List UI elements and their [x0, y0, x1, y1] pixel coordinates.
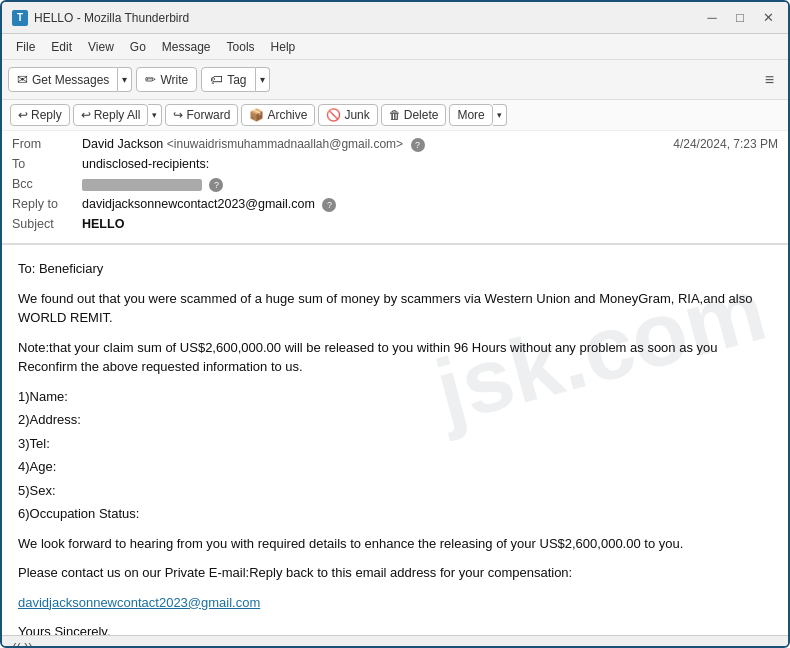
contact-email-link[interactable]: davidjacksonnewcontact2023@gmail.com [18, 595, 260, 610]
menu-help[interactable]: Help [263, 38, 304, 56]
tag-button[interactable]: 🏷 Tag [201, 67, 255, 92]
status-icon: ((·)) [12, 640, 33, 648]
bcc-blurred [82, 179, 202, 191]
bcc-verify-icon: ? [209, 178, 223, 192]
menu-edit[interactable]: Edit [43, 38, 80, 56]
menu-go[interactable]: Go [122, 38, 154, 56]
from-label: From [12, 137, 82, 151]
subject-label: Subject [12, 217, 82, 231]
from-value: David Jackson <inuwaidrismuhammadnaallah… [82, 137, 673, 152]
archive-icon: 📦 [249, 108, 264, 122]
reply-all-dropdown[interactable]: ▾ [148, 104, 162, 126]
more-dropdown[interactable]: ▾ [493, 104, 507, 126]
subject-row: Subject HELLO [12, 215, 778, 235]
envelope-icon: ✉ [17, 72, 28, 87]
junk-icon: 🚫 [326, 108, 341, 122]
maximize-button[interactable]: □ [730, 8, 750, 28]
title-bar: T HELLO - Mozilla Thunderbird ─ □ ✕ [2, 2, 788, 34]
pencil-icon: ✏ [145, 72, 156, 87]
reply-button[interactable]: ↩ Reply [10, 104, 70, 126]
from-row: From David Jackson <inuwaidrismuhammadna… [12, 135, 778, 155]
reply-all-group: ↩ Reply All ▾ [73, 104, 163, 126]
email-date: 4/24/2024, 7:23 PM [673, 137, 778, 151]
write-button[interactable]: ✏ Write [136, 67, 197, 92]
more-button[interactable]: More [449, 104, 492, 126]
trash-icon: 🗑 [389, 108, 401, 122]
window-title: HELLO - Mozilla Thunderbird [34, 11, 702, 25]
email-link-para: davidjacksonnewcontact2023@gmail.com [18, 593, 772, 613]
list-item-3: 3)Tel: [18, 434, 772, 454]
list-item-5: 5)Sex: [18, 481, 772, 501]
bcc-label: Bcc [12, 177, 82, 191]
email-body: jsk.com To: Beneficiary We found out tha… [2, 245, 788, 635]
email-greeting: To: Beneficiary [18, 259, 772, 279]
get-messages-group: ✉ Get Messages ▾ [8, 67, 132, 92]
more-group: More ▾ [449, 104, 506, 126]
list-item-4: 4)Age: [18, 457, 772, 477]
reply-to-verify-icon: ? [322, 198, 336, 212]
header-fields: From David Jackson <inuwaidrismuhammadna… [2, 131, 788, 239]
get-messages-button[interactable]: ✉ Get Messages [8, 67, 118, 92]
reply-to-label: Reply to [12, 197, 82, 211]
tag-dropdown[interactable]: ▾ [256, 67, 270, 92]
tag-icon: 🏷 [210, 72, 223, 87]
hamburger-menu[interactable]: ≡ [757, 67, 782, 93]
junk-button[interactable]: 🚫 Junk [318, 104, 377, 126]
menu-view[interactable]: View [80, 38, 122, 56]
to-row: To undisclosed-recipients: [12, 155, 778, 175]
subject-value: HELLO [82, 217, 124, 231]
bcc-row: Bcc ? [12, 175, 778, 195]
reply-to-row: Reply to davidjacksonnewcontact2023@gmai… [12, 195, 778, 215]
email-sign: Yours Sincerely, David Jackson [18, 622, 772, 635]
menu-bar: File Edit View Go Message Tools Help [2, 34, 788, 60]
email-list: 1)Name: 2)Address: 3)Tel: 4)Age: 5)Sex: … [18, 387, 772, 524]
email-para2: Note:that your claim sum of US$2,600,000… [18, 338, 772, 377]
reply-all-button[interactable]: ↩ Reply All [73, 104, 149, 126]
email-para4: Please contact us on our Private E-mail:… [18, 563, 772, 583]
email-header: ↩ Reply ↩ Reply All ▾ ↪ Forward 📦 Archiv… [2, 100, 788, 245]
list-item-1: 1)Name: [18, 387, 772, 407]
verify-icon: ? [411, 138, 425, 152]
get-messages-dropdown[interactable]: ▾ [118, 67, 132, 92]
header-divider [2, 243, 788, 244]
to-value: undisclosed-recipients: [82, 157, 778, 171]
main-toolbar: ✉ Get Messages ▾ ✏ Write 🏷 Tag ▾ ≡ [2, 60, 788, 100]
tag-group: 🏷 Tag ▾ [201, 67, 269, 92]
window-controls: ─ □ ✕ [702, 8, 778, 28]
reply-icon: ↩ [18, 108, 28, 122]
delete-button[interactable]: 🗑 Delete [381, 104, 447, 126]
menu-tools[interactable]: Tools [219, 38, 263, 56]
reply-all-icon: ↩ [81, 108, 91, 122]
sender-name: David Jackson [82, 137, 163, 151]
minimize-button[interactable]: ─ [702, 8, 722, 28]
list-item-2: 2)Address: [18, 410, 772, 430]
to-label: To [12, 157, 82, 171]
bcc-value: ? [82, 177, 778, 192]
reply-to-value: davidjacksonnewcontact2023@gmail.com ? [82, 197, 778, 212]
list-item-6: 6)Occupation Status: [18, 504, 772, 524]
forward-button[interactable]: ↪ Forward [165, 104, 238, 126]
close-button[interactable]: ✕ [758, 8, 778, 28]
menu-message[interactable]: Message [154, 38, 219, 56]
email-para1: We found out that you were scammed of a … [18, 289, 772, 328]
archive-button[interactable]: 📦 Archive [241, 104, 315, 126]
email-action-bar: ↩ Reply ↩ Reply All ▾ ↪ Forward 📦 Archiv… [2, 100, 788, 131]
email-para3: We look forward to hearing from you with… [18, 534, 772, 554]
menu-file[interactable]: File [8, 38, 43, 56]
status-bar: ((·)) [2, 635, 788, 648]
app-icon: T [12, 10, 28, 26]
forward-icon: ↪ [173, 108, 183, 122]
sender-email: <inuwaidrismuhammadnaallah@gmail.com> [167, 137, 403, 151]
